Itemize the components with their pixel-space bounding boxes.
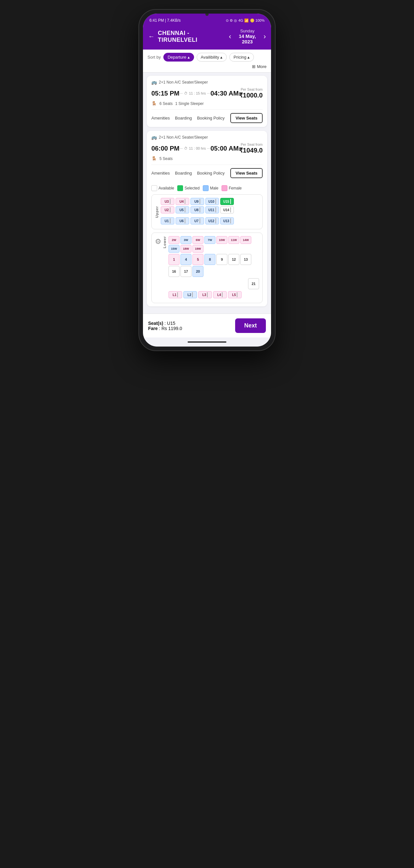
seat-U7[interactable]: U7 [191,217,204,224]
date-display: Sunday 14 May, 2023 [233,29,262,44]
seat-legend: Available Selected Male Female [147,182,267,194]
seat-U11[interactable]: U11 [205,206,219,213]
male-legend-box [203,185,209,191]
bottom-bar: Seat(s) : U15 Fare : Rs 1199.0 Next [143,313,271,338]
next-button[interactable]: Next [235,318,266,333]
seat-8[interactable]: 8 [204,254,215,265]
actions-row-1: Amenities Boarding Booking Policy View S… [151,110,263,123]
seat-U6[interactable]: U6 [176,217,189,224]
booking-policy-link-1[interactable]: Booking Policy [197,116,225,121]
seat-L3[interactable]: L3 [198,291,212,298]
seat-3W[interactable]: 3W [180,236,192,244]
booking-policy-link-2[interactable]: Booking Policy [197,171,225,176]
seat-13[interactable]: 13 [240,254,251,265]
amenities-link-1[interactable]: Amenities [151,116,170,121]
upper-row-3: U1 U6 U7 U12 U13 [161,217,259,224]
upper-label: Upper [155,206,159,218]
depart-time-2: 06:00 PM [151,145,179,152]
seat-U2[interactable]: U2 [161,206,174,213]
seat-U5[interactable]: U5 [176,206,189,213]
seat-U10[interactable]: U10 [205,198,219,205]
seat-2W[interactable]: 2W [169,236,179,244]
extra-row: 21 [169,278,259,289]
seat-5[interactable]: 5 [193,254,203,265]
lower-berths-row: L1 L2 L3 L4 L5 [169,291,259,298]
seat-L1[interactable]: L1 [169,291,182,298]
seat-15W[interactable]: 15W [169,245,179,253]
available-legend-box [151,185,157,191]
price-col-1: Per Seat from ₹1000.0 [239,88,263,99]
seat-U1[interactable]: U1 [161,217,174,224]
bus-card-1: 🚌 2+1 Non A/C Seater/Sleeper 05:15 PM ⏱ … [147,76,267,127]
seats-row-1: 🪑 6 Seats 1 Single Sleeper [151,101,263,106]
status-bar: 6:41 PM | 7.4KB/s ⊙ ⚙ ◎ 4G 📶 🪙 100% [143,16,271,25]
seat-L2[interactable]: L2 [183,291,197,298]
status-time: 6:41 PM | 7.4KB/s [149,18,181,23]
back-button[interactable]: ← [148,33,154,40]
next-date-button[interactable]: › [264,32,266,41]
home-indicator [143,338,271,346]
seat-19W[interactable]: 19W [193,245,203,253]
seat-U15[interactable]: U15 [220,198,234,205]
female-legend-box [221,185,228,191]
male-label: Male [210,186,218,190]
lower-label: Lower [163,236,167,248]
upper-seat-section: Upper U3 U4 U9 U10 U15 [151,194,263,229]
seat-10W[interactable]: 10W [216,236,228,244]
selected-label: Selected [184,186,200,190]
sort-pricing-button[interactable]: Pricing ▴ [229,53,254,62]
page-title: CHENNAI - TIRUNELVELI [158,30,229,43]
seat-11W[interactable]: 11W [228,236,239,244]
steering-wheel-icon: ⚙ [155,238,162,246]
sort-departure-button[interactable]: Departure ▴ [163,53,194,62]
numbered-row: 1 4 5 8 9 12 13 16 17 20 [169,254,259,277]
seat-U4[interactable]: U4 [176,198,189,205]
seat-16[interactable]: 16 [169,266,179,277]
prev-date-button[interactable]: ‹ [229,32,231,41]
sort-availability-button[interactable]: Availibility ▴ [197,53,227,62]
bus-icon: 🚌 [151,80,157,85]
seat-U3[interactable]: U3 [161,198,174,205]
upper-row-1: U3 U4 U9 U10 U15 [161,198,259,205]
seat-18W[interactable]: 18W [180,245,192,253]
seat-21[interactable]: 21 [248,278,259,289]
seat-U9[interactable]: U9 [191,198,204,205]
seat-17[interactable]: 17 [180,266,192,277]
female-label: Female [229,186,242,190]
bus-icon-2: 🚌 [151,135,157,140]
booking-info: Seat(s) : U15 Fare : Rs 1199.0 [148,321,182,331]
arrive-time-2: 05:00 AM [211,145,239,152]
seat-L5[interactable]: L5 [228,291,242,298]
seat-9[interactable]: 9 [216,254,228,265]
duration-icon: ⏱ [184,91,187,95]
seat-U12[interactable]: U12 [205,217,219,224]
seat-U8[interactable]: U8 [191,206,204,213]
bus-type-2: 🚌 2+1 Non A/C Seater/Sleeper [151,135,263,140]
seat-12[interactable]: 12 [228,254,239,265]
boarding-link-1[interactable]: Boarding [175,116,192,121]
boarding-link-2[interactable]: Boarding [175,171,192,176]
seat-7W[interactable]: 7W [204,236,215,244]
more-button[interactable]: ⊞ More [252,64,267,69]
bus-type-1: 🚌 2+1 Non A/C Seater/Sleeper [151,80,263,85]
amenities-link-2[interactable]: Amenities [151,171,170,176]
view-seats-button-1[interactable]: View Seats [230,113,263,123]
depart-time-1: 05:15 PM [151,90,179,97]
seat-1[interactable]: 1 [169,254,179,265]
seat-U13[interactable]: U13 [220,217,234,224]
seat-4[interactable]: 4 [180,254,192,265]
seat-U14[interactable]: U14 [220,206,234,213]
view-seats-button-2[interactable]: View Seats [230,168,263,178]
filter-icon: ⊞ [252,64,255,69]
seat-icon-2: 🪑 [151,156,157,161]
main-content: 🚌 2+1 Non A/C Seater/Sleeper 05:15 PM ⏱ … [143,72,271,313]
status-icons: ⊙ ⚙ ◎ 4G 📶 🪙 100% [226,19,265,23]
time-row-1: 05:15 PM ⏱ 11 : 15 hrs 04:30 AM Per Seat… [151,88,263,99]
seat-14W[interactable]: 14W [240,236,251,244]
seat-20[interactable]: 20 [193,266,203,277]
seat-L4[interactable]: L4 [213,291,227,298]
seat-6W[interactable]: 6W [193,236,203,244]
arrive-time-1: 04:30 AM [211,90,239,97]
duration-icon-2: ⏱ [184,146,187,150]
upper-row-2: U2 U5 U8 U11 U14 [161,206,259,213]
